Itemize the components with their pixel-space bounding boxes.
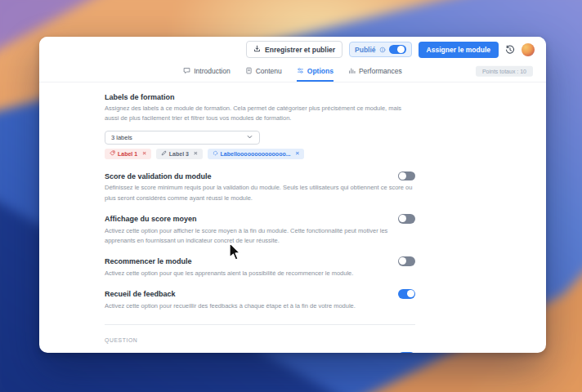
tabs-group: IntroductionContenuOptionsPerformances [176, 62, 410, 82]
toggle-knob [399, 215, 406, 222]
remove-tag-icon[interactable]: × [296, 150, 300, 157]
chart-icon [348, 67, 356, 76]
setting-description: Activez cette option pour que les appren… [105, 269, 415, 278]
tab-label: Introduction [194, 67, 230, 75]
options-panel: Labels de formation Assignez des labels … [39, 82, 415, 353]
tag-label: Label 1 [118, 151, 137, 157]
save-icon [253, 45, 261, 54]
info-icon [379, 47, 386, 53]
tab-performances[interactable]: Performances [348, 62, 402, 82]
setting-toggle[interactable] [398, 214, 415, 224]
label-tag[interactable]: Label 1× [105, 149, 151, 159]
toggle-knob [399, 172, 406, 180]
tab-introduction[interactable]: Introduction [183, 62, 230, 82]
setting-title: Recueil de feedback [105, 290, 176, 298]
tag-icon [110, 150, 115, 157]
labels-section-description: Assignez des labels à ce module de forma… [105, 104, 415, 124]
window-header: Enregistrer et publier Publié Assigner l… [39, 37, 546, 62]
label-tag[interactable]: Label 3× [156, 149, 203, 159]
setting-description: Définissez le score minimum requis pour … [105, 183, 415, 203]
app-window: Enregistrer et publier Publié Assigner l… [39, 37, 546, 353]
setting-row: Recueil de feedback Activez cette option… [105, 289, 415, 311]
desktop: Enregistrer et publier Publié Assigner l… [0, 0, 582, 392]
setting-title: Affichage du score moyen [105, 215, 197, 223]
ring-icon [213, 150, 218, 157]
avatar[interactable] [522, 43, 535, 56]
setting-toggle[interactable] [398, 172, 415, 181]
save-publish-button[interactable]: Enregistrer et publier [246, 41, 342, 58]
tab-options[interactable]: Options [297, 62, 334, 82]
label-tags: Label 1×Label 3×Labelloooooooooooooo...× [105, 149, 415, 159]
setting-toggle[interactable] [398, 256, 415, 266]
save-publish-label: Enregistrer et publier [265, 46, 335, 54]
publish-toggle[interactable] [389, 45, 406, 55]
toggle-knob [407, 290, 414, 297]
tag-label: Label 3 [169, 151, 189, 157]
pencil-icon [161, 150, 167, 157]
chevron-down-icon [246, 133, 253, 142]
labels-dropdown[interactable]: 3 labels [105, 131, 260, 145]
setting-toggle[interactable] [398, 289, 415, 299]
remove-tag-icon[interactable]: × [194, 150, 198, 157]
question-section-header: QUESTION [105, 337, 415, 343]
labels-section: Labels de formation Assignez des labels … [105, 93, 415, 159]
tag-label: Labelloooooooooooooo... [221, 151, 291, 157]
tab-bar: IntroductionContenuOptionsPerformances P… [39, 62, 546, 82]
tab-label: Performances [359, 67, 402, 75]
settings-list: Score de validation du module Définissez… [105, 172, 415, 311]
label-tag[interactable]: Labelloooooooooooooo...× [208, 149, 305, 159]
tab-label: Contenu [256, 67, 282, 75]
tab-contenu[interactable]: Contenu [245, 62, 282, 82]
sliders-icon [297, 67, 304, 76]
setting-row: Score de validation du module Définissez… [105, 172, 415, 203]
question-settings-list: Affichage de la correction Activez cette… [105, 352, 415, 353]
setting-row: Affichage de la correction Activez cette… [105, 352, 415, 353]
section-divider [105, 324, 415, 325]
setting-toggle[interactable] [398, 352, 415, 353]
history-icon[interactable] [505, 45, 515, 55]
publish-label: Publié [355, 46, 376, 54]
toggle-knob [397, 46, 405, 53]
setting-title: Score de validation du module [105, 172, 212, 180]
setting-description: Activez cette option pour recueillir des… [105, 301, 415, 311]
publish-status-pill[interactable]: Publié [349, 42, 412, 58]
remove-tag-icon[interactable]: × [142, 150, 146, 157]
toggle-knob [399, 257, 406, 265]
chat-icon [183, 67, 190, 76]
assign-module-button[interactable]: Assigner le module [419, 42, 499, 58]
setting-row: Affichage du score moyen Activez cette o… [105, 214, 415, 246]
tab-label: Options [307, 67, 334, 75]
points-total-badge: Points totaux : 10 [476, 66, 533, 77]
document-icon [245, 67, 253, 76]
mouse-cursor [228, 242, 242, 262]
labels-dropdown-value: 3 labels [111, 134, 132, 141]
labels-section-title: Labels de formation [105, 93, 415, 101]
setting-title: Recommencer le module [105, 257, 192, 265]
setting-description: Activez cette option pour afficher le sc… [105, 226, 415, 247]
setting-row: Recommencer le module Activez cette opti… [105, 256, 415, 278]
